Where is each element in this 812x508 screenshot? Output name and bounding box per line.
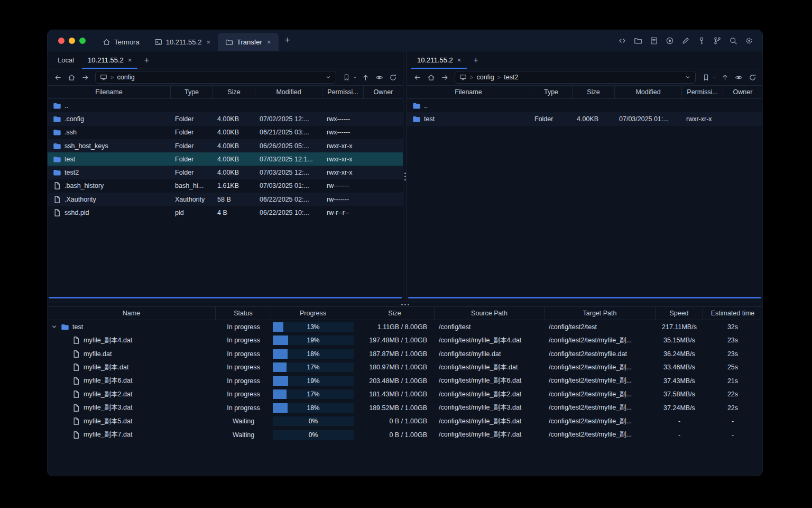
new-tab-button[interactable]: + — [279, 35, 297, 46]
tab-remote-session[interactable]: 10.211.55.2 × — [410, 51, 468, 69]
journal-button[interactable] — [647, 34, 661, 48]
bookmark-button[interactable] — [340, 71, 352, 83]
close-tab-icon[interactable]: × — [267, 38, 271, 46]
minimize-window-button[interactable] — [69, 38, 75, 44]
edit-button[interactable] — [679, 34, 693, 48]
column-header-filename[interactable]: Filename — [407, 86, 530, 98]
column-header-speed[interactable]: Speed — [656, 307, 703, 320]
column-header-size[interactable]: Size — [355, 307, 435, 320]
keys-button[interactable] — [695, 34, 708, 48]
panel-splitter[interactable] — [403, 51, 407, 302]
column-header-permissions[interactable]: Permissi... — [682, 86, 723, 98]
upload-button[interactable] — [359, 71, 371, 83]
transfer-row[interactable]: myfile_副本5.dat Waiting 0% 0 B / 1.00GB /… — [48, 415, 762, 429]
path-field[interactable]: > config > test2 — [455, 71, 696, 84]
transfer-row[interactable]: myfile_副本2.dat In progress 17% 181.43MB … — [48, 388, 762, 402]
bookmark-dropdown-icon[interactable] — [353, 75, 357, 80]
file-row[interactable]: .. — [407, 99, 762, 112]
new-panel-tab-button[interactable]: + — [139, 51, 154, 69]
tab-transfer[interactable]: Transfer × — [218, 33, 279, 51]
horizontal-scrollbar[interactable] — [49, 297, 402, 298]
record-button[interactable] — [663, 34, 677, 48]
column-header-owner[interactable]: Owner — [364, 86, 403, 98]
transfer-row[interactable]: myfile_副本6.dat In progress 19% 203.48MB … — [48, 374, 762, 388]
column-header-type[interactable]: Type — [530, 86, 573, 98]
bookmark-dropdown-icon[interactable] — [712, 75, 717, 80]
column-header-modified[interactable]: Modified — [255, 86, 322, 98]
file-row[interactable]: sshd.pid pid 4 B 06/22/2025 10:... rw-r-… — [48, 206, 403, 219]
back-button[interactable] — [52, 71, 63, 83]
file-row[interactable]: .ssh Folder 4.00KB 06/21/2025 03:... rwx… — [48, 126, 403, 139]
file-row[interactable]: .Xauthority Xauthority 58 B 06/22/2025 0… — [48, 193, 403, 206]
file-row[interactable]: test Folder 4.00KB 07/03/2025 12:1... rw… — [48, 152, 403, 166]
refresh-button[interactable] — [387, 71, 399, 83]
close-tab-icon[interactable]: × — [128, 56, 132, 64]
column-header-owner[interactable]: Owner — [723, 86, 762, 98]
horizontal-scrollbar[interactable] — [408, 297, 761, 298]
file-row[interactable]: test Folder 4.00KB 07/03/2025 01:... rwx… — [407, 112, 762, 125]
home-button[interactable] — [425, 71, 437, 83]
transfer-progress-cell: 19% — [271, 376, 355, 386]
transfer-row[interactable]: myfile_副本7.dat Waiting 0% 0 B / 1.00GB /… — [48, 428, 762, 442]
chevron-down-icon[interactable] — [685, 74, 691, 80]
column-header-target-path[interactable]: Target Path — [545, 307, 656, 320]
settings-button[interactable] — [742, 34, 756, 48]
tab-termora[interactable]: Termora — [95, 33, 147, 51]
chevron-down-icon[interactable] — [325, 74, 331, 80]
forward-button[interactable] — [439, 71, 450, 83]
file-name-cell: .. — [407, 102, 530, 110]
column-header-name[interactable]: Name — [48, 307, 216, 320]
upload-button[interactable] — [719, 71, 731, 83]
column-header-modified[interactable]: Modified — [615, 86, 682, 98]
column-header-status[interactable]: Status — [216, 307, 271, 320]
column-header-source-path[interactable]: Source Path — [435, 307, 545, 320]
back-button[interactable] — [411, 71, 423, 83]
transfer-row[interactable]: test In progress 13% 1.11GB / 8.00GB /co… — [48, 320, 762, 334]
column-header-size[interactable]: Size — [573, 86, 615, 98]
close-tab-icon[interactable]: × — [206, 38, 210, 46]
file-row[interactable]: .. — [48, 99, 403, 112]
file-type-cell: bash_hi... — [171, 182, 213, 189]
close-tab-icon[interactable]: × — [457, 56, 462, 64]
breadcrumb-segment[interactable]: test2 — [504, 74, 518, 81]
column-header-filename[interactable]: Filename — [48, 86, 171, 98]
home-button[interactable] — [66, 71, 77, 83]
tab-local[interactable]: Local — [51, 51, 81, 69]
tab-remote-session[interactable]: 10.211.55.2 × — [81, 51, 139, 69]
search-button[interactable] — [726, 34, 740, 48]
expander-chevron-icon[interactable] — [51, 323, 58, 330]
bookmark-button[interactable] — [700, 71, 712, 83]
key-icon — [697, 37, 706, 45]
forward-button[interactable] — [79, 71, 91, 83]
new-panel-tab-button[interactable]: + — [468, 51, 484, 69]
transfer-row[interactable]: myfile.dat In progress 18% 187.87MB / 1.… — [48, 347, 762, 361]
file-row[interactable]: ssh_host_keys Folder 4.00KB 06/26/2025 0… — [48, 139, 403, 152]
column-header-size[interactable]: Size — [213, 86, 255, 98]
path-field[interactable]: > config — [95, 71, 336, 84]
file-row[interactable]: test2 Folder 4.00KB 07/03/2025 12:... rw… — [48, 166, 403, 179]
close-window-button[interactable] — [58, 38, 64, 44]
transfer-splitter[interactable] — [48, 302, 762, 307]
code-button[interactable] — [615, 34, 629, 48]
transfer-size-cell: 0 B / 1.00GB — [355, 431, 435, 439]
folder-button[interactable] — [631, 34, 645, 48]
breadcrumb-segment[interactable]: config — [117, 74, 134, 81]
show-hidden-button[interactable] — [373, 71, 385, 83]
tab-terminal-session[interactable]: 10.211.55.2 × — [147, 33, 218, 51]
refresh-button[interactable] — [746, 71, 758, 83]
transfer-progress-cell: 18% — [271, 349, 355, 359]
column-header-permissions[interactable]: Permissi... — [322, 86, 364, 98]
breadcrumb-segment[interactable]: config — [476, 74, 494, 81]
transfer-row[interactable]: myfile_副本4.dat In progress 19% 197.48MB … — [48, 334, 762, 348]
show-hidden-button[interactable] — [733, 71, 744, 83]
branch-button[interactable] — [710, 34, 724, 48]
file-row[interactable]: .config Folder 4.00KB 07/02/2025 12:... … — [48, 112, 403, 125]
column-header-type[interactable]: Type — [171, 86, 213, 98]
column-header-progress[interactable]: Progress — [271, 307, 355, 320]
transfer-row[interactable]: myfile_副本.dat In progress 17% 180.97MB /… — [48, 361, 762, 375]
transfer-row[interactable]: myfile_副本3.dat In progress 18% 189.52MB … — [48, 401, 762, 415]
column-header-estimated-time[interactable]: Estimated time — [703, 307, 762, 320]
file-icon — [72, 431, 80, 439]
zoom-window-button[interactable] — [79, 38, 86, 44]
file-row[interactable]: .bash_history bash_hi... 1.61KB 07/03/20… — [48, 179, 403, 193]
